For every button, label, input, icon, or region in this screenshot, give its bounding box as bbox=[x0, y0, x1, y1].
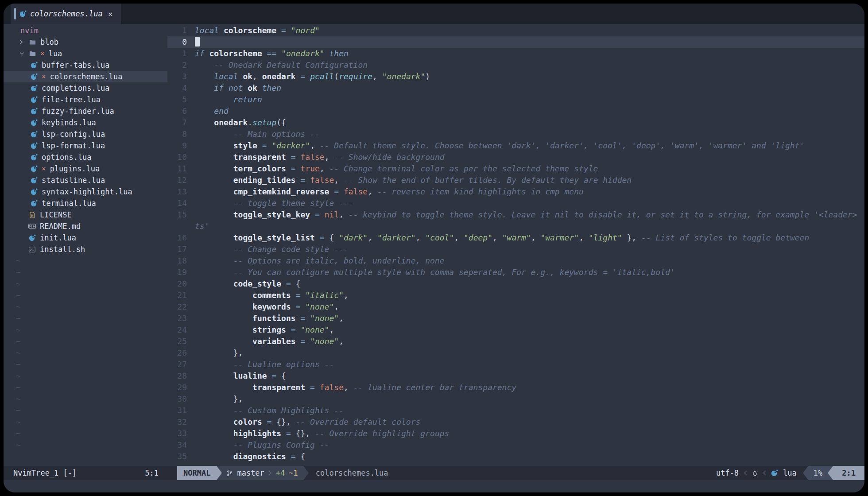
code-line[interactable]: 10 transparent = false, -- Show/hide bac… bbox=[167, 151, 864, 163]
license-icon bbox=[28, 212, 36, 218]
code-line[interactable]: 8 -- Main options -- bbox=[167, 128, 864, 140]
tree-item-buffer-tabs.lua[interactable]: buffer-tabs.lua bbox=[4, 59, 167, 71]
tree-item-install.sh[interactable]: install.sh bbox=[4, 244, 167, 255]
main-area: nvim blob×luabuffer-tabs.lua×colorscheme… bbox=[4, 24, 864, 466]
line-number: 20 bbox=[167, 278, 187, 290]
tab-colorschemes[interactable]: colorschemes.lua × bbox=[11, 4, 121, 24]
tree-item-fuzzy-finder.lua[interactable]: fuzzy-finder.lua bbox=[4, 105, 167, 117]
code-line[interactable]: 32 colors = {}, -- Override default colo… bbox=[167, 416, 864, 428]
code-line[interactable]: 33 highlights = {}, -- Override highligh… bbox=[167, 428, 864, 439]
empty-line-tilde: ~ bbox=[4, 370, 167, 382]
shell-icon bbox=[28, 247, 36, 252]
code-line[interactable]: 17 -- Change code style --- bbox=[167, 244, 864, 255]
mode-indicator: NORMAL bbox=[177, 466, 217, 480]
line-text: -- Lualine options -- bbox=[195, 359, 334, 370]
line-text: colors = {}, -- Override default colors bbox=[195, 416, 420, 428]
tree-item-blob[interactable]: blob bbox=[4, 36, 167, 48]
line-number: 12 bbox=[167, 174, 187, 186]
code-line[interactable]: 5 return bbox=[167, 94, 864, 105]
code-line[interactable]: 19 -- You can configure multiple style w… bbox=[167, 267, 864, 278]
code-line[interactable]: 30 }, bbox=[167, 393, 864, 405]
code-line[interactable]: 4 if not ok then bbox=[167, 82, 864, 94]
code-line[interactable]: 28 lualine = { bbox=[167, 370, 864, 382]
code-line[interactable]: 1local colorscheme = "nord" bbox=[167, 25, 864, 36]
code-line[interactable]: 24 strings = "none", bbox=[167, 324, 864, 336]
code-line[interactable]: ts' bbox=[167, 221, 864, 232]
editor[interactable]: 1local colorscheme = "nord"01if colorsch… bbox=[167, 25, 864, 466]
lua-icon bbox=[28, 234, 36, 241]
line-text: -- You can configure multiple style with… bbox=[195, 267, 675, 278]
code-line[interactable]: 31 -- Custom Highlights -- bbox=[167, 405, 864, 416]
line-number: 30 bbox=[167, 393, 187, 405]
line-number: 3 bbox=[167, 71, 187, 82]
tree-item-lsp-format.lua[interactable]: lsp-format.lua bbox=[4, 140, 167, 151]
tree-item-colorschemes.lua[interactable]: ×colorschemes.lua bbox=[4, 71, 167, 82]
code-line[interactable]: 21 comments = "italic", bbox=[167, 290, 864, 301]
code-line[interactable]: 3 local ok, onedark = pcall(require, "on… bbox=[167, 71, 864, 82]
code-line[interactable]: 25 variables = "none", bbox=[167, 336, 864, 347]
tree-item-plugins.lua[interactable]: ×plugins.lua bbox=[4, 163, 167, 174]
scroll-percent: 1% bbox=[808, 466, 828, 480]
code-line[interactable]: 15 toggle_style_key = nil, -- keybind to… bbox=[167, 209, 864, 221]
tree-item-label: options.lua bbox=[42, 151, 92, 163]
code-line[interactable]: 22 keywords = "none", bbox=[167, 301, 864, 313]
tree-root-label: nvim bbox=[4, 25, 167, 36]
line-text: return bbox=[195, 94, 262, 105]
tree-item-init.lua[interactable]: init.lua bbox=[4, 232, 167, 244]
line-text: variables = "none", bbox=[195, 336, 344, 347]
code-line[interactable]: 0 bbox=[167, 36, 864, 48]
code-line[interactable]: 13 cmp_itemkind_reverse = false, -- reve… bbox=[167, 186, 864, 198]
code-line[interactable]: 26 }, bbox=[167, 347, 864, 359]
tree-item-label: file-tree.lua bbox=[42, 94, 101, 105]
git-modified-icon: × bbox=[40, 48, 45, 59]
line-number: 15 bbox=[167, 209, 187, 221]
statusline-nvimtree-section: NvimTree_1 [-] 5:1 bbox=[4, 466, 177, 480]
line-text: onedark.setup({ bbox=[195, 117, 286, 128]
code-line[interactable]: 29 transparent = false, -- lualine cente… bbox=[167, 382, 864, 393]
code-line[interactable]: 11 term_colors = true, -- Change termina… bbox=[167, 163, 864, 174]
tree-item-statusline.lua[interactable]: statusline.lua bbox=[4, 174, 167, 186]
code-line[interactable]: 35 diagnostics = { bbox=[167, 451, 864, 462]
line-text: cmp_itemkind_reverse = false, -- reverse… bbox=[195, 186, 584, 198]
line-text: comments = "italic", bbox=[195, 290, 349, 301]
line-text: if colorscheme == "onedark" then bbox=[195, 48, 349, 59]
code-line[interactable]: 6 end bbox=[167, 105, 864, 117]
tree-item-completions.lua[interactable]: completions.lua bbox=[4, 82, 167, 94]
tab-label: colorschemes.lua bbox=[30, 9, 103, 18]
line-text: lualine = { bbox=[195, 370, 286, 382]
code-line[interactable]: 34 -- Plugins Config -- bbox=[167, 439, 864, 451]
code-line[interactable]: 9 style = "darker", -- Default theme sty… bbox=[167, 140, 864, 151]
tree-item-README.md[interactable]: README.md bbox=[4, 221, 167, 232]
code-line[interactable]: 27 -- Lualine options -- bbox=[167, 359, 864, 370]
code-line[interactable]: 23 functions = "none", bbox=[167, 313, 864, 324]
tree-item-label: install.sh bbox=[40, 244, 85, 255]
code-line[interactable]: 20 code_style = { bbox=[167, 278, 864, 290]
empty-line-tilde: ~ bbox=[4, 382, 167, 393]
code-line[interactable]: 12 ending_tildes = false, -- Show the en… bbox=[167, 174, 864, 186]
tree-item-LICENSE[interactable]: LICENSE bbox=[4, 209, 167, 221]
code-line[interactable]: 18 -- Options are italic, bold, underlin… bbox=[167, 255, 864, 267]
line-number: 28 bbox=[167, 370, 187, 382]
line-number: 5 bbox=[167, 94, 187, 105]
lua-icon bbox=[19, 10, 27, 17]
tree-item-label: lua bbox=[49, 48, 62, 59]
line-text: code_style = { bbox=[195, 278, 300, 290]
line-text: transparent = false, -- Show/hide backgr… bbox=[195, 151, 445, 163]
tree-item-label: lsp-config.lua bbox=[42, 128, 105, 140]
code-line[interactable]: 14 -- toggle theme style --- bbox=[167, 198, 864, 209]
close-icon[interactable]: × bbox=[108, 9, 113, 19]
tree-item-syntax-highlight.lua[interactable]: syntax-highlight.lua bbox=[4, 186, 167, 198]
tree-item-file-tree.lua[interactable]: file-tree.lua bbox=[4, 94, 167, 105]
tree-item-options.lua[interactable]: options.lua bbox=[4, 151, 167, 163]
git-modified-icon: × bbox=[42, 163, 46, 174]
tree-item-terminal.lua[interactable]: terminal.lua bbox=[4, 198, 167, 209]
code-line[interactable]: 1if colorscheme == "onedark" then bbox=[167, 48, 864, 59]
tree-item-lua[interactable]: ×lua bbox=[4, 48, 167, 59]
code-line[interactable]: 16 toggle_style_list = { "dark", "darker… bbox=[167, 232, 864, 244]
code-line[interactable]: 7 onedark.setup({ bbox=[167, 117, 864, 128]
tree-item-keybinds.lua[interactable]: keybinds.lua bbox=[4, 117, 167, 128]
tree-item-lsp-config.lua[interactable]: lsp-config.lua bbox=[4, 128, 167, 140]
folder-icon bbox=[29, 39, 36, 45]
code-line[interactable]: 2 -- Onedark Default Configuration bbox=[167, 59, 864, 71]
line-text: ending_tildes = false, -- Show the end-o… bbox=[195, 174, 632, 186]
